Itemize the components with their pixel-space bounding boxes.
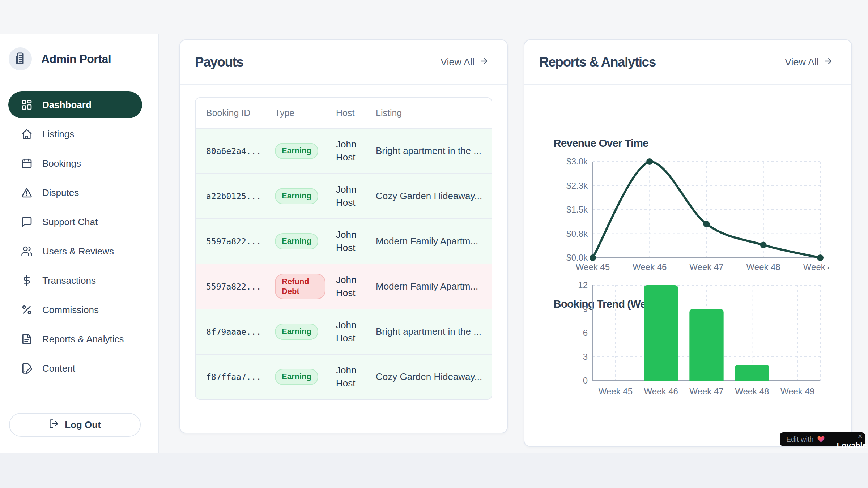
type-badge: Earning — [275, 324, 318, 339]
sidebar-item-bookings[interactable]: Bookings — [8, 150, 142, 177]
sidebar-item-label: Support Chat — [42, 217, 98, 228]
close-icon[interactable]: × — [858, 432, 863, 441]
heart-icon — [817, 435, 825, 443]
svg-text:$0.0k: $0.0k — [566, 253, 588, 262]
payout-row[interactable]: 5597a822...EarningJohn HostModern Family… — [196, 218, 492, 264]
reports-title: Reports & Analytics — [539, 55, 656, 70]
column-header-listing: Listing — [365, 108, 492, 118]
host-name: John Host — [326, 274, 365, 299]
payouts-header: Payouts View All — [180, 40, 507, 85]
booking-id: 8f79aaae... — [196, 327, 264, 337]
booking-id: 5597a822... — [196, 282, 264, 291]
arrow-right-icon — [479, 56, 489, 69]
listing-name: Bright apartment in the ... — [365, 326, 492, 337]
sidebar-item-label: Transactions — [42, 275, 96, 286]
logout-button[interactable]: Log Out — [9, 413, 141, 437]
svg-text:$3.0k: $3.0k — [566, 157, 588, 166]
revenue-line-chart: $0.0k$0.8k$1.5k$2.3k$3.0kWeek 45Week 46W… — [553, 157, 829, 271]
sidebar-item-label: Users & Reviews — [42, 246, 114, 257]
svg-text:6: 6 — [583, 328, 588, 338]
app-title: Admin Portal — [41, 52, 111, 66]
listing-name: Cozy Garden Hideaway... — [365, 371, 492, 382]
svg-text:$1.5k: $1.5k — [566, 205, 588, 214]
svg-text:Week 45: Week 45 — [576, 262, 610, 271]
home-icon — [21, 128, 33, 140]
sidebar-item-support-chat[interactable]: Support Chat — [8, 209, 142, 235]
column-header-booking-id: Booking ID — [196, 108, 264, 118]
host-name: John Host — [326, 228, 365, 254]
booking-bar-chart: 036912Week 45Week 46Week 47Week 48Week 4… — [553, 279, 829, 397]
sidebar-item-commissions[interactable]: Commissions — [8, 296, 142, 323]
sidebar: Admin Portal DashboardListingsBookingsDi… — [0, 34, 159, 453]
payouts-table: Booking IDTypeHostListing 80a6e2a4...Ear… — [195, 97, 492, 400]
logout-icon — [49, 419, 59, 431]
booking-id: a22b0125... — [196, 192, 264, 201]
payouts-view-all-button[interactable]: View All — [438, 56, 491, 69]
svg-text:9: 9 — [583, 304, 588, 314]
reports-header: Reports & Analytics View All — [524, 40, 851, 85]
column-header-type: Type — [264, 108, 326, 118]
sidebar-item-dashboard[interactable]: Dashboard — [8, 91, 142, 118]
booking-id: 80a6e2a4... — [196, 146, 264, 156]
sidebar-item-label: Listings — [42, 129, 74, 140]
svg-text:Week 46: Week 46 — [633, 262, 667, 271]
sidebar-item-listings[interactable]: Listings — [8, 121, 142, 147]
svg-text:12: 12 — [578, 280, 588, 290]
brand: Admin Portal — [9, 47, 158, 70]
sidebar-item-label: Reports & Analytics — [42, 334, 124, 345]
sidebar-item-label: Disputes — [42, 187, 79, 198]
view-all-label: View All — [785, 57, 819, 68]
payout-row[interactable]: 5597a822...Refund DebtJohn HostModern Fa… — [196, 264, 492, 309]
sidebar-item-transactions[interactable]: Transactions — [8, 267, 142, 294]
document-icon — [21, 333, 33, 345]
reports-view-all-button[interactable]: View All — [783, 56, 835, 69]
sidebar-item-label: Commissions — [42, 304, 99, 316]
type-badge: Refund Debt — [275, 274, 326, 299]
type-badge: Earning — [275, 188, 318, 204]
payout-row[interactable]: f87ffaa7...EarningJohn HostCozy Garden H… — [196, 354, 492, 399]
column-header-host: Host — [326, 108, 365, 118]
svg-text:Week 49: Week 49 — [803, 262, 829, 271]
type-badge: Earning — [275, 143, 318, 159]
reports-card: Reports & Analytics View All Revenue Ove… — [524, 39, 852, 447]
revenue-chart-title: Revenue Over Time — [553, 137, 648, 149]
percent-icon — [21, 304, 33, 316]
type-badge: Earning — [275, 369, 318, 385]
type-badge: Earning — [275, 233, 318, 249]
svg-text:Week 48: Week 48 — [746, 262, 780, 271]
listing-name: Modern Family Apartm... — [365, 236, 492, 247]
sidebar-item-reports-analytics[interactable]: Reports & Analytics — [8, 326, 142, 352]
booking-id: f87ffaa7... — [196, 372, 264, 382]
payout-row[interactable]: a22b0125...EarningJohn HostCozy Garden H… — [196, 173, 492, 218]
admin-dashboard-page: Admin Portal DashboardListingsBookingsDi… — [0, 0, 868, 488]
warning-triangle-icon — [21, 187, 33, 199]
lovable-badge[interactable]: Edit with Lovable × — [780, 432, 865, 446]
payout-row[interactable]: 80a6e2a4...EarningJohn HostBright apartm… — [196, 128, 492, 173]
payouts-card: Payouts View All Booking IDTypeHostListi… — [179, 39, 508, 433]
dashboard-grid-icon — [21, 99, 33, 111]
lovable-prefix: Edit with — [786, 435, 814, 444]
svg-text:0: 0 — [583, 376, 588, 385]
payouts-table-body: 80a6e2a4...EarningJohn HostBright apartm… — [196, 128, 492, 399]
svg-text:Week 46: Week 46 — [644, 386, 678, 396]
users-icon — [21, 245, 33, 257]
sidebar-item-content[interactable]: Content — [8, 355, 142, 382]
svg-text:Week 47: Week 47 — [689, 386, 723, 396]
payout-row[interactable]: 8f79aaae...EarningJohn HostBright apartm… — [196, 309, 492, 354]
sidebar-item-label: Bookings — [42, 158, 81, 169]
dollar-icon — [21, 274, 33, 287]
sidebar-item-users-reviews[interactable]: Users & Reviews — [8, 238, 142, 265]
sidebar-item-label: Dashboard — [42, 99, 92, 111]
listing-name: Bright apartment in the ... — [365, 145, 492, 157]
host-name: John Host — [326, 138, 365, 163]
building-icon — [14, 52, 26, 66]
booking-id: 5597a822... — [196, 237, 264, 246]
svg-text:3: 3 — [583, 352, 588, 361]
sidebar-item-disputes[interactable]: Disputes — [8, 179, 142, 206]
listing-name: Modern Family Apartm... — [365, 281, 492, 292]
sidebar-item-label: Content — [42, 363, 75, 374]
lovable-brand: Lovable — [837, 441, 867, 450]
svg-text:Week 48: Week 48 — [735, 386, 769, 396]
listing-name: Cozy Garden Hideaway... — [365, 191, 492, 202]
arrow-right-icon — [823, 56, 833, 69]
